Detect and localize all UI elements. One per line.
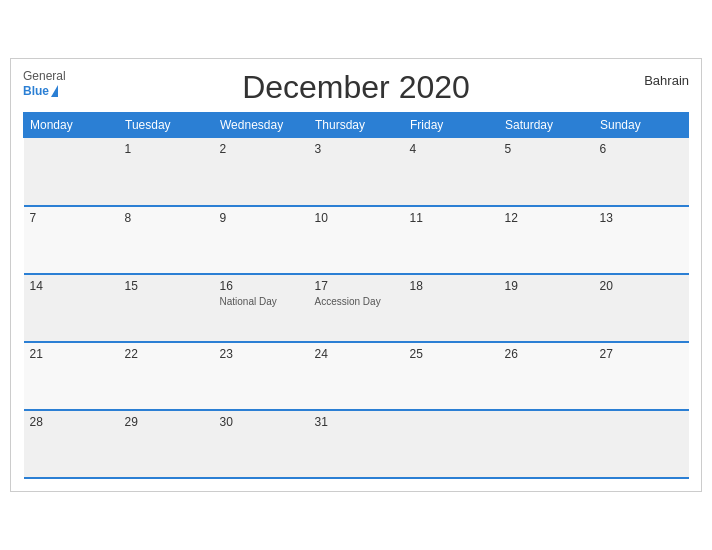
calendar-day-cell: 1 [119, 138, 214, 206]
day-number: 19 [505, 279, 588, 293]
day-number: 14 [30, 279, 113, 293]
calendar-day-cell: 8 [119, 206, 214, 274]
calendar-day-cell: 26 [499, 342, 594, 410]
day-number: 11 [410, 211, 493, 225]
calendar-day-cell: 16National Day [214, 274, 309, 342]
country-label: Bahrain [644, 73, 689, 88]
calendar-day-cell: 27 [594, 342, 689, 410]
calendar-day-cell [594, 410, 689, 478]
calendar-day-cell [24, 138, 119, 206]
day-number: 24 [315, 347, 398, 361]
calendar-day-cell: 17Accession Day [309, 274, 404, 342]
day-number: 15 [125, 279, 208, 293]
calendar-day-cell: 19 [499, 274, 594, 342]
day-number: 1 [125, 142, 208, 156]
header-tuesday: Tuesday [119, 113, 214, 138]
day-number: 6 [600, 142, 683, 156]
calendar-day-cell: 10 [309, 206, 404, 274]
calendar-day-cell: 4 [404, 138, 499, 206]
calendar-week-row: 28293031 [24, 410, 689, 478]
calendar-grid: Monday Tuesday Wednesday Thursday Friday… [23, 112, 689, 479]
calendar-day-cell: 7 [24, 206, 119, 274]
day-number: 26 [505, 347, 588, 361]
day-number: 3 [315, 142, 398, 156]
holiday-label: National Day [220, 295, 303, 308]
calendar-day-cell: 22 [119, 342, 214, 410]
header-friday: Friday [404, 113, 499, 138]
calendar-day-cell: 20 [594, 274, 689, 342]
day-number: 13 [600, 211, 683, 225]
day-number: 22 [125, 347, 208, 361]
month-title: December 2020 [242, 69, 470, 106]
header-monday: Monday [24, 113, 119, 138]
day-number: 5 [505, 142, 588, 156]
header-sunday: Sunday [594, 113, 689, 138]
calendar-day-cell: 13 [594, 206, 689, 274]
calendar-day-cell: 31 [309, 410, 404, 478]
day-number: 18 [410, 279, 493, 293]
day-number: 20 [600, 279, 683, 293]
calendar-header: General Blue December 2020 Bahrain [23, 69, 689, 106]
day-number: 29 [125, 415, 208, 429]
calendar-day-cell: 3 [309, 138, 404, 206]
logo-triangle-icon [51, 85, 58, 97]
header-thursday: Thursday [309, 113, 404, 138]
calendar-day-cell: 25 [404, 342, 499, 410]
calendar-day-cell: 6 [594, 138, 689, 206]
day-number: 8 [125, 211, 208, 225]
day-number: 27 [600, 347, 683, 361]
day-number: 23 [220, 347, 303, 361]
logo-general-text: General [23, 69, 66, 83]
calendar-day-cell: 2 [214, 138, 309, 206]
day-number: 21 [30, 347, 113, 361]
day-number: 4 [410, 142, 493, 156]
holiday-label: Accession Day [315, 295, 398, 308]
calendar-day-cell: 24 [309, 342, 404, 410]
calendar-week-row: 123456 [24, 138, 689, 206]
calendar-day-cell: 18 [404, 274, 499, 342]
header-wednesday: Wednesday [214, 113, 309, 138]
calendar-day-cell: 28 [24, 410, 119, 478]
logo: General Blue [23, 69, 66, 98]
day-number: 9 [220, 211, 303, 225]
day-number: 25 [410, 347, 493, 361]
calendar-day-cell: 12 [499, 206, 594, 274]
calendar-day-cell: 11 [404, 206, 499, 274]
day-number: 2 [220, 142, 303, 156]
calendar-day-cell [499, 410, 594, 478]
header-saturday: Saturday [499, 113, 594, 138]
calendar-day-cell: 5 [499, 138, 594, 206]
logo-blue-text: Blue [23, 84, 49, 98]
calendar-week-row: 78910111213 [24, 206, 689, 274]
calendar-day-cell: 9 [214, 206, 309, 274]
calendar-day-cell: 30 [214, 410, 309, 478]
calendar-week-row: 21222324252627 [24, 342, 689, 410]
calendar-day-cell: 23 [214, 342, 309, 410]
day-number: 16 [220, 279, 303, 293]
calendar-day-cell: 14 [24, 274, 119, 342]
day-number: 30 [220, 415, 303, 429]
day-number: 10 [315, 211, 398, 225]
calendar-container: General Blue December 2020 Bahrain Monda… [10, 58, 702, 492]
day-number: 28 [30, 415, 113, 429]
calendar-day-cell [404, 410, 499, 478]
calendar-day-cell: 21 [24, 342, 119, 410]
weekday-header-row: Monday Tuesday Wednesday Thursday Friday… [24, 113, 689, 138]
day-number: 17 [315, 279, 398, 293]
calendar-day-cell: 15 [119, 274, 214, 342]
calendar-week-row: 141516National Day17Accession Day181920 [24, 274, 689, 342]
calendar-day-cell: 29 [119, 410, 214, 478]
day-number: 31 [315, 415, 398, 429]
day-number: 12 [505, 211, 588, 225]
day-number: 7 [30, 211, 113, 225]
